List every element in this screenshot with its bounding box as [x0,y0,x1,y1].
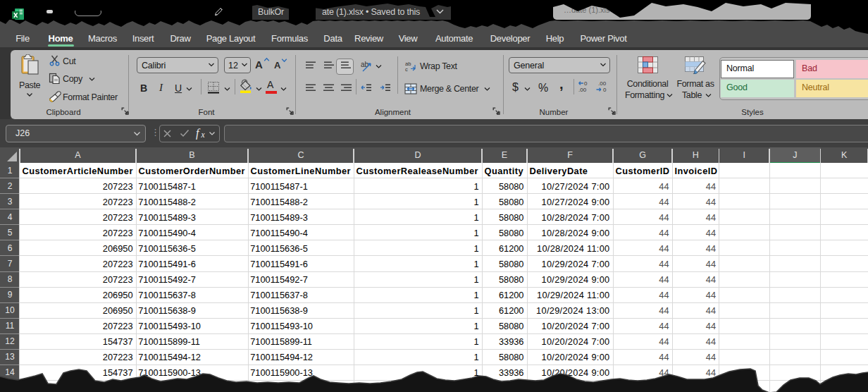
svg-text:.00: .00 [578,87,587,93]
svg-text:c: c [405,66,408,72]
svg-text:ab: ab [361,61,369,68]
svg-text:0: 0 [584,80,588,87]
svg-text:.00: .00 [598,80,607,87]
svg-text:0: 0 [603,87,607,93]
